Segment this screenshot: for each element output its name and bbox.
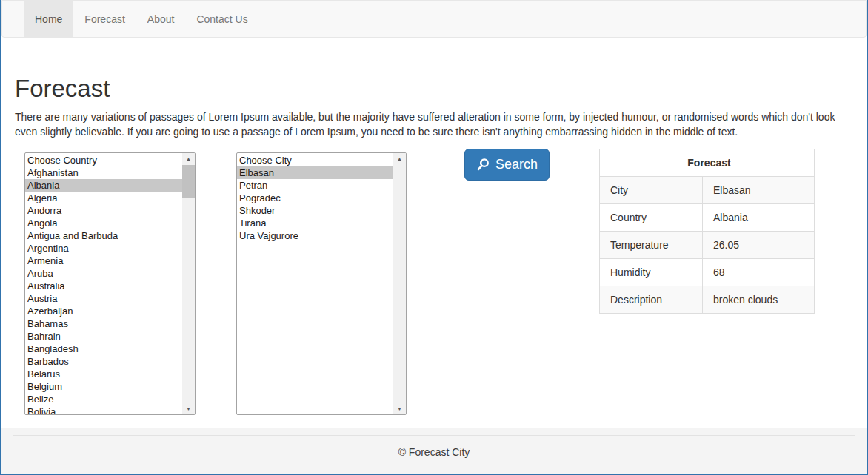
table-row: Humidity 68 bbox=[600, 259, 815, 286]
nav-item-forecast[interactable]: Forecast bbox=[73, 1, 136, 37]
row-label: City bbox=[600, 177, 703, 204]
search-button[interactable]: Search bbox=[464, 149, 550, 181]
scroll-down-icon[interactable]: ▼ bbox=[393, 403, 406, 414]
table-row: Temperature 26.05 bbox=[600, 232, 815, 259]
navbar-menu: Home Forecast About Contact Us bbox=[2, 1, 866, 37]
country-option[interactable]: Belize bbox=[25, 393, 182, 405]
city-option[interactable]: Pogradec bbox=[237, 192, 393, 204]
footer-divider bbox=[13, 435, 855, 436]
country-option[interactable]: Algeria bbox=[25, 192, 182, 204]
row-value: 68 bbox=[703, 259, 815, 286]
country-scrollbar[interactable]: ▲ ▼ bbox=[182, 153, 195, 414]
scrollbar-thumb[interactable] bbox=[182, 165, 195, 198]
country-option[interactable]: Afghanistan bbox=[25, 166, 182, 179]
row-label: Humidity bbox=[600, 259, 703, 286]
city-option[interactable]: Ura Vajgurore bbox=[237, 229, 393, 242]
city-option[interactable]: Choose City bbox=[237, 154, 393, 166]
city-options: Choose City Elbasan Petran Pogradec Shko… bbox=[237, 154, 393, 242]
footer-text: © Forecast City bbox=[1, 446, 867, 458]
city-option[interactable]: Shkoder bbox=[237, 204, 393, 217]
country-option[interactable]: Antigua and Barbuda bbox=[25, 229, 182, 242]
city-select[interactable]: Choose City Elbasan Petran Pogradec Shko… bbox=[236, 152, 407, 415]
country-option[interactable]: Armenia bbox=[25, 255, 182, 267]
nav-item-contact-us[interactable]: Contact Us bbox=[185, 1, 258, 37]
country-option[interactable]: Australia bbox=[25, 280, 182, 292]
country-option-selected[interactable]: Albania bbox=[25, 179, 182, 192]
page-title: Forecast bbox=[15, 75, 110, 103]
row-value: Elbasan bbox=[703, 177, 815, 204]
country-option[interactable]: Azerbaijan bbox=[25, 305, 182, 317]
top-navbar: Home Forecast About Contact Us bbox=[1, 0, 867, 38]
country-option[interactable]: Bolivia bbox=[25, 405, 182, 415]
table-row: Description broken clouds bbox=[600, 286, 815, 314]
country-option[interactable]: Belarus bbox=[25, 368, 182, 380]
country-option[interactable]: Bahamas bbox=[25, 317, 182, 330]
country-option[interactable]: Andorra bbox=[25, 204, 182, 217]
country-option[interactable]: Austria bbox=[25, 292, 182, 305]
nav-item-about[interactable]: About bbox=[136, 1, 186, 37]
country-select[interactable]: Choose Country Afghanistan Albania Alger… bbox=[24, 152, 196, 415]
country-option[interactable]: Bahrain bbox=[25, 330, 182, 343]
country-option[interactable]: Argentina bbox=[25, 242, 182, 255]
country-option[interactable]: Aruba bbox=[25, 267, 182, 280]
city-option[interactable]: Petran bbox=[237, 179, 393, 192]
search-icon bbox=[476, 158, 490, 172]
row-label: Temperature bbox=[600, 232, 703, 259]
country-option[interactable]: Belgium bbox=[25, 380, 182, 393]
forecast-page: Home Forecast About Contact Us Forecast … bbox=[0, 0, 868, 475]
country-option[interactable]: Barbados bbox=[25, 355, 182, 368]
row-value: 26.05 bbox=[703, 232, 815, 259]
scroll-up-icon[interactable]: ▲ bbox=[182, 153, 195, 164]
row-value: Albania bbox=[703, 204, 815, 232]
country-option[interactable]: Bangladesh bbox=[25, 343, 182, 355]
row-value: broken clouds bbox=[703, 286, 815, 314]
country-options: Choose Country Afghanistan Albania Alger… bbox=[25, 154, 182, 415]
forecast-table: Forecast City Elbasan Country Albania Te… bbox=[599, 149, 815, 314]
row-label: Country bbox=[600, 204, 703, 232]
scroll-up-icon[interactable]: ▲ bbox=[393, 153, 406, 164]
city-scrollbar[interactable]: ▲ ▼ bbox=[393, 153, 406, 414]
country-option[interactable]: Angola bbox=[25, 217, 182, 229]
page-footer: © Forecast City bbox=[1, 428, 867, 474]
table-title: Forecast bbox=[600, 149, 815, 177]
country-option[interactable]: Choose Country bbox=[25, 154, 182, 166]
row-label: Description bbox=[600, 286, 703, 314]
scroll-down-icon[interactable]: ▼ bbox=[182, 403, 195, 414]
city-option[interactable]: Tirana bbox=[237, 217, 393, 229]
intro-paragraph: There are many variations of passages of… bbox=[15, 110, 840, 139]
search-button-label: Search bbox=[495, 157, 538, 172]
nav-item-home[interactable]: Home bbox=[24, 1, 73, 37]
table-row: Country Albania bbox=[600, 204, 815, 232]
city-option-selected[interactable]: Elbasan bbox=[237, 166, 393, 179]
table-header-row: Forecast bbox=[600, 149, 815, 177]
table-row: City Elbasan bbox=[600, 177, 815, 204]
